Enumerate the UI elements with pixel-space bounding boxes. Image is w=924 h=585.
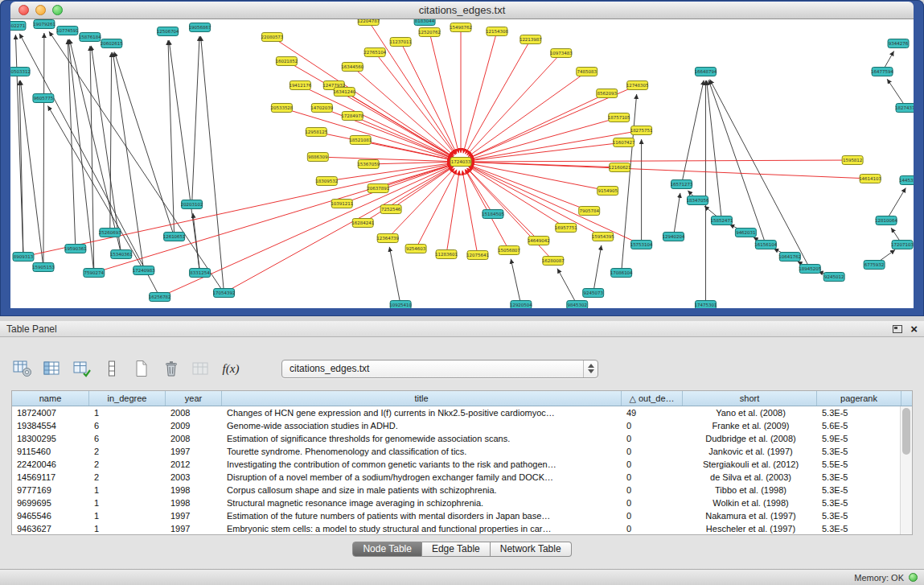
graph-node[interactable]: 8331254 bbox=[190, 269, 211, 278]
graph-node[interactable]: 12940204 bbox=[663, 233, 685, 241]
cell-out_de[interactable]: 0 bbox=[622, 419, 683, 432]
graph-node[interactable]: 15056807 bbox=[498, 246, 520, 255]
graph-node[interactable]: 22765104 bbox=[363, 48, 386, 57]
graph-node[interactable]: 12610651 bbox=[163, 233, 186, 241]
graph-node[interactable]: 9254603 bbox=[405, 245, 426, 253]
graph-node[interactable]: 15340361 bbox=[110, 250, 133, 259]
table-row[interactable]: 1456911722003Disruption of a novel membe… bbox=[12, 471, 912, 484]
cell-in_degree[interactable]: 1 bbox=[89, 522, 166, 535]
graph-node[interactable]: 15184505 bbox=[482, 210, 504, 219]
graph-node[interactable]: 17475301 bbox=[695, 301, 717, 309]
cell-in_degree[interactable]: 1 bbox=[89, 406, 166, 419]
graph-node[interactable]: 7905784 bbox=[579, 207, 600, 216]
scrollbar-thumb[interactable] bbox=[902, 408, 910, 455]
cell-year[interactable]: 2012 bbox=[166, 458, 222, 471]
cell-pagerank[interactable]: 5.3E-5 bbox=[817, 471, 901, 484]
cell-name[interactable]: 18724007 bbox=[12, 406, 89, 419]
cell-name[interactable]: 9777169 bbox=[12, 484, 89, 496]
cell-pagerank[interactable]: 5.3E-5 bbox=[817, 496, 901, 509]
cell-out_de[interactable]: 49 bbox=[622, 406, 683, 419]
graph-node[interactable]: 10973483 bbox=[550, 49, 573, 58]
column-header-in_degree[interactable]: in_degree bbox=[89, 391, 166, 406]
cell-name[interactable]: 9465546 bbox=[12, 509, 89, 522]
cell-title[interactable]: Corpus callosum shape and size in male p… bbox=[222, 484, 622, 496]
graph-node[interactable]: 15852471 bbox=[710, 216, 733, 225]
graph-node[interactable]: 18309532 bbox=[315, 177, 338, 186]
graph-node[interactable]: 10391211 bbox=[331, 200, 353, 208]
network-view[interactable]: 1724033154987621215430812213987109734837… bbox=[10, 19, 914, 308]
graph-node[interactable]: 16284241 bbox=[351, 219, 374, 228]
graph-node[interactable]: 12506704 bbox=[157, 27, 179, 36]
graph-node[interactable]: 19590361 bbox=[64, 245, 87, 253]
network-graph[interactable]: 1724033154987621215430812213987109734837… bbox=[10, 19, 914, 308]
cell-title[interactable]: Investigating the contribution of common… bbox=[222, 458, 622, 471]
graph-node[interactable]: 7485083 bbox=[577, 68, 598, 76]
graph-node[interactable]: 9845302 bbox=[567, 301, 588, 309]
cell-name[interactable]: 9699695 bbox=[12, 496, 89, 509]
graph-node[interactable]: 17054392 bbox=[213, 289, 236, 298]
graph-node[interactable]: 16571273 bbox=[671, 180, 693, 189]
graph-node[interactable]: 12075641 bbox=[466, 251, 489, 260]
graph-node[interactable]: 16256782 bbox=[149, 293, 171, 302]
cell-title[interactable]: Genome-wide association studies in ADHD. bbox=[222, 419, 622, 432]
graph-node[interactable]: 9605775 bbox=[33, 94, 54, 103]
cell-year[interactable]: 2008 bbox=[166, 406, 222, 419]
graph-node[interactable]: 6775932 bbox=[864, 261, 885, 270]
cell-in_degree[interactable]: 2 bbox=[89, 458, 166, 471]
cell-year[interactable]: 1998 bbox=[166, 496, 222, 509]
cell-in_degree[interactable]: 2 bbox=[89, 445, 166, 458]
cell-out_de[interactable]: 0 bbox=[622, 432, 683, 445]
cell-year[interactable]: 1998 bbox=[166, 484, 222, 496]
cell-short[interactable]: Dudbridge et al. (2008) bbox=[683, 432, 817, 445]
cell-in_degree[interactable]: 6 bbox=[89, 432, 166, 445]
graph-node[interactable]: 11237011 bbox=[389, 38, 412, 47]
close-window-button[interactable] bbox=[18, 5, 29, 15]
cell-title[interactable]: Embryonic stem cells: a model to study s… bbox=[222, 522, 622, 535]
cell-out_de[interactable]: 0 bbox=[622, 522, 683, 535]
graph-node[interactable]: 12748305 bbox=[626, 81, 649, 90]
graph-node[interactable]: 8909313 bbox=[13, 253, 34, 262]
function-builder-icon[interactable]: f(x) bbox=[220, 358, 242, 379]
cell-short[interactable]: Hescheler et al. (1997) bbox=[683, 522, 817, 535]
graph-node[interactable]: 18275751 bbox=[630, 126, 653, 135]
cell-short[interactable]: Nakamura et al. (1997) bbox=[683, 509, 817, 522]
cell-in_degree[interactable]: 1 bbox=[89, 509, 166, 522]
graph-node[interactable]: 16021852 bbox=[275, 57, 298, 66]
cell-year[interactable]: 2009 bbox=[166, 419, 222, 432]
cell-out_de[interactable]: 0 bbox=[622, 445, 683, 458]
show-columns-icon[interactable] bbox=[41, 358, 64, 379]
cell-short[interactable]: Wolkin et al. (1998) bbox=[683, 496, 817, 509]
network-window-titlebar[interactable]: citations_edges.txt bbox=[10, 2, 914, 19]
column-header-title[interactable]: title bbox=[222, 391, 622, 406]
graph-node[interactable]: 17284978 bbox=[341, 112, 363, 121]
column-header-pagerank[interactable]: pagerank bbox=[817, 391, 901, 406]
graph-node[interactable]: 7590274 bbox=[84, 269, 105, 278]
graph-node[interactable]: 9462031 bbox=[735, 229, 756, 237]
cell-in_degree[interactable]: 1 bbox=[89, 484, 166, 496]
cell-title[interactable]: Tourette syndrome. Phenomenology and cla… bbox=[222, 445, 622, 458]
cell-name[interactable]: 19384554 bbox=[12, 419, 89, 432]
cell-year[interactable]: 2008 bbox=[166, 432, 222, 445]
graph-node[interactable]: 11607427 bbox=[613, 138, 635, 147]
add-column-icon[interactable] bbox=[71, 358, 93, 379]
tab-network-table[interactable]: Network Table bbox=[491, 542, 572, 557]
graph-node[interactable]: 14453540 bbox=[899, 176, 914, 185]
graph-node[interactable]: 12810064 bbox=[875, 216, 897, 225]
cell-out_de[interactable]: 0 bbox=[622, 509, 683, 522]
graph-node[interactable]: 10774591 bbox=[56, 27, 79, 35]
graph-node[interactable]: 20602615 bbox=[101, 39, 123, 48]
cell-in_degree[interactable]: 1 bbox=[89, 496, 166, 509]
graph-node[interactable]: 18347056 bbox=[687, 196, 709, 205]
graph-node[interactable]: 9245012 bbox=[823, 273, 844, 282]
graph-node[interactable]: 19412176 bbox=[289, 81, 311, 90]
graph-node[interactable]: 15954395 bbox=[592, 233, 614, 241]
cell-short[interactable]: de Silva et al. (2003) bbox=[683, 471, 817, 484]
column-header-name[interactable]: name bbox=[12, 391, 89, 406]
float-panel-icon[interactable] bbox=[893, 325, 902, 333]
graph-node[interactable]: 12204787 bbox=[357, 19, 380, 26]
cell-pagerank[interactable]: 5.3E-5 bbox=[817, 445, 901, 458]
cell-short[interactable]: Yano et al. (2008) bbox=[683, 406, 817, 419]
table-row[interactable]: 2242004622012Investigating the contribut… bbox=[12, 458, 912, 471]
graph-node[interactable]: 18945205 bbox=[799, 265, 821, 274]
cell-pagerank[interactable]: 5.9E-5 bbox=[817, 432, 901, 445]
